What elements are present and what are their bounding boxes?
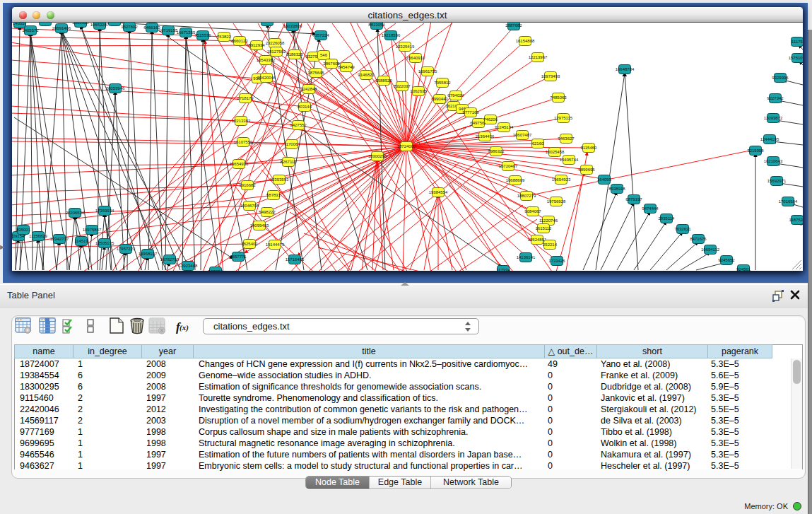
svg-text:140557: 140557 xyxy=(13,23,28,25)
svg-text:164095: 164095 xyxy=(597,177,612,182)
svg-text:9146821: 9146821 xyxy=(358,73,375,77)
svg-text:16033809: 16033809 xyxy=(283,24,302,28)
svg-text:14099483: 14099483 xyxy=(250,223,269,228)
svg-text:16648784: 16648784 xyxy=(616,67,635,71)
svg-text:2887682: 2887682 xyxy=(505,23,522,28)
svg-text:2069140: 2069140 xyxy=(37,23,54,23)
svg-text:803144: 803144 xyxy=(298,105,312,109)
svg-text:9084067: 9084067 xyxy=(524,209,541,214)
svg-text:152760: 152760 xyxy=(107,23,122,23)
svg-text:17359934: 17359934 xyxy=(95,209,114,213)
svg-text:11175: 11175 xyxy=(792,40,803,44)
svg-text:10975867: 10975867 xyxy=(83,228,102,232)
svg-text:9463627: 9463627 xyxy=(558,136,575,141)
svg-text:18724007: 18724007 xyxy=(397,144,416,148)
svg-text:7515536: 7515536 xyxy=(194,33,211,37)
svg-text:6899695: 6899695 xyxy=(578,168,595,172)
svg-text:20691406: 20691406 xyxy=(52,26,71,30)
svg-text:160338: 160338 xyxy=(260,23,275,23)
svg-text:19756928: 19756928 xyxy=(547,199,566,204)
svg-text:20206536: 20206536 xyxy=(66,211,85,215)
svg-text:2718179: 2718179 xyxy=(237,96,254,100)
svg-text:17957223: 17957223 xyxy=(117,247,136,251)
svg-text:15751074: 15751074 xyxy=(789,56,803,60)
svg-text:7485063: 7485063 xyxy=(550,95,567,100)
svg-text:9227342: 9227342 xyxy=(767,96,784,100)
svg-text:20053946: 20053946 xyxy=(106,86,125,90)
svg-text:117334: 117334 xyxy=(496,268,510,271)
svg-text:7625402: 7625402 xyxy=(241,242,258,246)
svg-text:8186328: 8186328 xyxy=(286,52,303,57)
svg-text:2935114: 2935114 xyxy=(659,216,676,221)
svg-text:9474444: 9474444 xyxy=(642,206,659,211)
svg-text:10719155: 10719155 xyxy=(159,28,178,33)
svg-text:62160: 62160 xyxy=(532,141,544,146)
svg-text:9329996: 9329996 xyxy=(772,76,789,80)
svg-text:546: 546 xyxy=(320,53,328,57)
svg-text:6794024: 6794024 xyxy=(447,93,464,98)
svg-text:8471676: 8471676 xyxy=(690,237,707,241)
svg-text:252214: 252214 xyxy=(543,243,558,247)
svg-text:8660123: 8660123 xyxy=(231,39,248,43)
svg-text:8813054: 8813054 xyxy=(368,23,385,27)
svg-text:9657771: 9657771 xyxy=(230,255,247,259)
svg-text:13495744: 13495744 xyxy=(560,158,579,162)
svg-text:12923448: 12923448 xyxy=(179,264,198,268)
svg-text:5498222: 5498222 xyxy=(259,210,276,214)
svg-text:8322037: 8322037 xyxy=(394,84,411,88)
svg-text:14136141: 14136141 xyxy=(517,255,536,259)
svg-text:15720407: 15720407 xyxy=(499,164,518,168)
svg-text:1916682: 1916682 xyxy=(239,183,256,187)
svg-text:17016504: 17016504 xyxy=(779,199,798,204)
svg-text:12213383: 12213383 xyxy=(232,119,251,123)
svg-text:10958107: 10958107 xyxy=(139,252,158,256)
svg-text:114519: 114519 xyxy=(74,239,88,243)
svg-text:9777169: 9777169 xyxy=(462,110,479,115)
svg-text:7986322: 7986322 xyxy=(488,149,505,153)
svg-text:1588520: 1588520 xyxy=(375,78,392,83)
svg-text:1875645: 1875645 xyxy=(307,71,324,75)
svg-text:19654923: 19654923 xyxy=(552,177,571,182)
svg-text:15716485: 15716485 xyxy=(286,257,305,262)
svg-text:12505135: 12505135 xyxy=(95,241,114,245)
svg-text:16107559: 16107559 xyxy=(234,140,253,144)
svg-text:19144479: 19144479 xyxy=(266,243,285,247)
svg-text:8454749: 8454749 xyxy=(338,65,355,69)
svg-text:19384554: 19384554 xyxy=(429,190,448,194)
svg-text:16961755: 16961755 xyxy=(418,69,437,74)
svg-text:17006: 17006 xyxy=(286,142,298,146)
svg-text:23420046: 23420046 xyxy=(257,76,276,80)
svg-text:10046708: 10046708 xyxy=(240,204,259,208)
svg-text:3215958: 3215958 xyxy=(747,148,764,153)
svg-text:12342737: 12342737 xyxy=(50,237,69,241)
svg-text:18127502: 18127502 xyxy=(267,49,286,54)
svg-text:10973493: 10973493 xyxy=(541,74,560,78)
svg-text:1187534: 1187534 xyxy=(789,218,803,222)
svg-text:7632621: 7632621 xyxy=(674,227,691,231)
svg-text:12093872: 12093872 xyxy=(764,116,783,120)
svg-text:12444195: 12444195 xyxy=(760,137,779,141)
svg-text:13325419: 13325419 xyxy=(396,45,415,49)
svg-text:763822: 763822 xyxy=(217,35,232,39)
svg-text:9115460: 9115460 xyxy=(581,146,598,150)
svg-text:18807279: 18807279 xyxy=(517,194,536,198)
svg-text:2065328: 2065328 xyxy=(72,23,89,25)
svg-text:9245652: 9245652 xyxy=(718,258,735,262)
svg-text:15640910: 15640910 xyxy=(406,56,425,60)
svg-text:8938918: 8938918 xyxy=(608,187,625,191)
svg-text:1405572: 1405572 xyxy=(22,28,39,33)
svg-text:109234: 109234 xyxy=(208,269,223,271)
svg-text:10653287: 10653287 xyxy=(90,23,110,27)
svg-text:16154808: 16154808 xyxy=(516,39,535,43)
svg-text:10543362: 10543362 xyxy=(257,58,276,62)
svg-text:10688609: 10688609 xyxy=(506,178,525,182)
svg-text:16210643: 16210643 xyxy=(764,159,783,163)
svg-text:9427552: 9427552 xyxy=(290,123,307,127)
svg-text:587831: 587831 xyxy=(266,193,281,197)
svg-text:8267110: 8267110 xyxy=(281,160,298,164)
svg-text:9242848: 9242848 xyxy=(300,87,317,91)
svg-text:7357224: 7357224 xyxy=(312,33,329,37)
svg-text:10654112: 10654112 xyxy=(701,247,720,252)
svg-text:11156829: 11156829 xyxy=(29,234,47,238)
svg-text:31245134: 31245134 xyxy=(495,125,514,129)
